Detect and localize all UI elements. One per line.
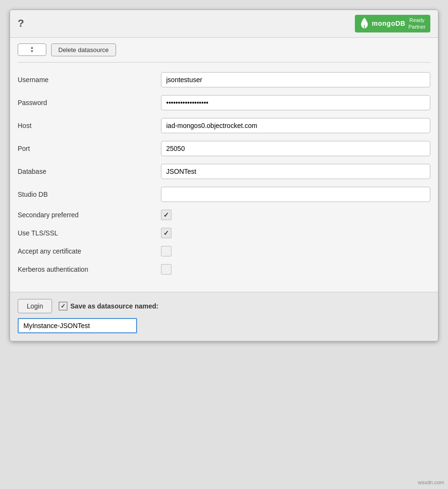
ready-partner-text: Ready Partner: [408, 17, 426, 31]
title-bar: ? mongoDB Ready Partner: [10, 10, 438, 38]
accept-cert-checkbox[interactable]: [161, 246, 171, 256]
use-tls-checkbox-container: [161, 228, 171, 238]
secondary-preferred-checkbox[interactable]: [161, 210, 171, 220]
database-input[interactable]: [161, 164, 430, 179]
port-input[interactable]: [161, 141, 430, 156]
kerberos-checkbox[interactable]: [161, 264, 171, 275]
username-label: Username: [18, 76, 161, 84]
host-input[interactable]: [161, 118, 430, 133]
secondary-preferred-checkbox-container: [161, 210, 171, 220]
studio-db-input[interactable]: [161, 187, 430, 202]
password-label: Password: [18, 99, 161, 106]
watermark: wsxdn.com: [418, 479, 444, 485]
form-area: Username Password Host Port Database Stu…: [10, 63, 438, 292]
use-tls-label: Use TLS/SSL: [18, 229, 161, 237]
secondary-preferred-label: Secondary preferred: [18, 211, 161, 219]
delete-datasource-button[interactable]: Delete datasource: [51, 43, 116, 56]
database-label: Database: [18, 168, 161, 175]
use-tls-row: Use TLS/SSL: [18, 228, 430, 238]
secondary-preferred-row: Secondary preferred: [18, 210, 430, 220]
password-row: Password: [18, 95, 430, 110]
use-tls-checkbox[interactable]: [161, 228, 171, 238]
kerberos-label: Kerberos authentication: [18, 266, 161, 273]
save-checkbox-icon[interactable]: ✓: [59, 302, 67, 310]
save-label-area: ✓ Save as datasource named:: [59, 302, 158, 310]
username-row: Username: [18, 72, 430, 87]
save-as-label: Save as datasource named:: [70, 302, 158, 310]
accept-cert-checkbox-container: [161, 246, 171, 256]
studio-db-row: Studio DB: [18, 187, 430, 202]
footer-row1: Login ✓ Save as datasource named:: [18, 299, 430, 313]
host-row: Host: [18, 118, 430, 133]
mongodb-badge: mongoDB Ready Partner: [355, 15, 430, 32]
username-input[interactable]: [161, 72, 430, 87]
kerberos-row: Kerberos authentication: [18, 264, 430, 275]
host-label: Host: [18, 122, 161, 129]
accept-cert-row: Accept any certificate: [18, 246, 430, 256]
password-input[interactable]: [161, 95, 430, 110]
datasource-name-input[interactable]: [18, 318, 137, 333]
mongodb-name-text: mongoDB: [372, 20, 405, 27]
studio-db-label: Studio DB: [18, 191, 161, 198]
toolbar: ▲ ▼ Delete datasource: [10, 38, 438, 62]
footer: Login ✓ Save as datasource named:: [10, 292, 438, 341]
help-icon[interactable]: ?: [18, 17, 24, 30]
port-row: Port: [18, 141, 430, 156]
kerberos-checkbox-container: [161, 264, 171, 275]
login-button[interactable]: Login: [18, 299, 52, 313]
accept-cert-label: Accept any certificate: [18, 247, 161, 255]
database-row: Database: [18, 164, 430, 179]
datasource-selector[interactable]: ▲ ▼: [18, 43, 46, 56]
mongodb-leaf-icon: [360, 18, 369, 29]
datasource-name-row: [18, 318, 430, 333]
port-label: Port: [18, 145, 161, 152]
select-arrows-icon: ▲ ▼: [30, 46, 34, 53]
main-window: ? mongoDB Ready Partner ▲ ▼ Delete datas…: [10, 10, 438, 341]
